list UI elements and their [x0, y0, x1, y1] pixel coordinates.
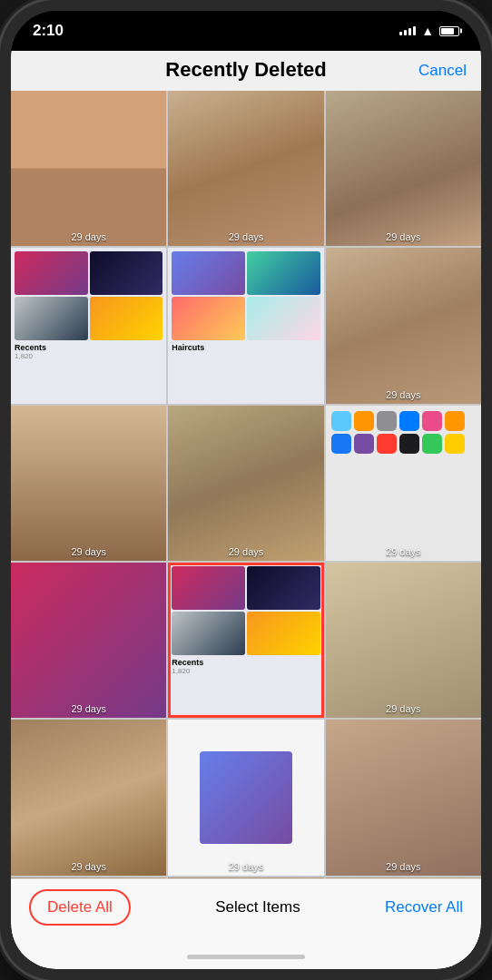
- phone-frame: 2:10 ▲ Recently Deleted C: [0, 0, 492, 980]
- wifi-icon: ▲: [421, 24, 434, 38]
- photo-grid-container: 29 days 29 days 29 days: [11, 91, 481, 878]
- status-time: 2:10: [33, 22, 64, 40]
- photo-days: 29 days: [11, 231, 166, 242]
- photo-cell[interactable]: 29 days: [326, 563, 481, 718]
- photo-cell[interactable]: 29 days: [326, 248, 481, 403]
- status-icons: ▲: [399, 24, 459, 38]
- photo-days: 29 days: [11, 861, 166, 872]
- photo-cell[interactable]: 29 days: [11, 877, 166, 878]
- photo-days: 29 days: [11, 703, 166, 714]
- photo-cell[interactable]: 29 days: [326, 406, 481, 561]
- photo-cell[interactable]: 29 days: [168, 406, 323, 561]
- delete-all-button[interactable]: Delete All: [29, 889, 131, 926]
- photo-cell[interactable]: 29 days: [168, 720, 323, 875]
- photo-days: 29 days: [168, 231, 323, 242]
- photo-cell[interactable]: Haircuts: [168, 248, 323, 403]
- photo-days: 29 days: [326, 231, 481, 242]
- photo-cell[interactable]: Recents 1,820: [11, 248, 166, 403]
- cancel-button[interactable]: Cancel: [418, 62, 467, 80]
- photo-cell[interactable]: 29 days: [326, 91, 481, 246]
- battery-icon: [439, 26, 459, 36]
- photo-grid: 29 days 29 days 29 days: [11, 91, 481, 878]
- photo-cell[interactable]: 29 days: [168, 877, 323, 878]
- photo-days: 29 days: [11, 546, 166, 557]
- page-title: Recently Deleted: [25, 58, 467, 82]
- toolbar: Delete All Select Items Recover All: [11, 878, 481, 944]
- photo-cell[interactable]: 29 days: [326, 877, 481, 878]
- phone-inner: 2:10 ▲ Recently Deleted C: [11, 11, 481, 969]
- photo-cell-selected[interactable]: Recents 1,820: [168, 563, 323, 718]
- photo-cell[interactable]: 29 days: [11, 563, 166, 718]
- recover-all-button[interactable]: Recover All: [385, 898, 463, 916]
- header: Recently Deleted Cancel: [11, 51, 481, 91]
- photo-cell[interactable]: 29 days: [11, 406, 166, 561]
- signal-icon: [399, 26, 416, 35]
- photo-cell[interactable]: 29 days: [11, 91, 166, 246]
- photo-cell[interactable]: 29 days: [168, 91, 323, 246]
- photo-days: 29 days: [326, 861, 481, 872]
- status-bar: 2:10 ▲: [11, 11, 481, 51]
- photo-cell[interactable]: 29 days: [326, 720, 481, 875]
- photo-days: 29 days: [326, 389, 481, 400]
- home-indicator: [11, 944, 481, 969]
- photo-days: 29 days: [326, 703, 481, 714]
- screen: 2:10 ▲ Recently Deleted C: [11, 11, 481, 969]
- photo-days: 29 days: [168, 546, 323, 557]
- battery-fill: [441, 28, 454, 34]
- photo-cell[interactable]: 29 days: [11, 720, 166, 875]
- home-bar: [187, 955, 305, 959]
- photo-days: 29 days: [326, 546, 481, 557]
- photo-days: 29 days: [168, 861, 323, 872]
- select-items-button[interactable]: Select Items: [215, 898, 300, 916]
